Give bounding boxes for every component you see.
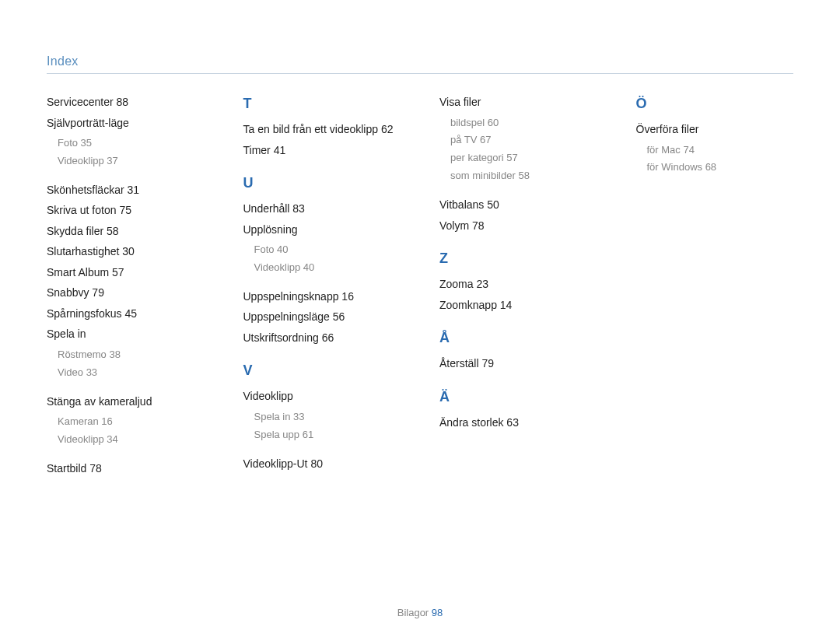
index-entry: Vitbalans 50	[439, 198, 597, 212]
index-entry: Snabbvy 79	[47, 286, 205, 300]
section-letter: Ö	[636, 96, 794, 112]
index-subentry: på TV 67	[450, 134, 597, 147]
index-subentry: Röstmemo 38	[58, 349, 205, 362]
index-subentry: Spela in 33	[254, 411, 401, 424]
index-entry: Ta en bild från ett videoklipp 62	[243, 123, 401, 137]
spacer	[47, 384, 205, 395]
index-col-2: TTa en bild från ett videoklipp 62Timer …	[243, 96, 401, 482]
index-entry: Skönhetsfläckar 31	[47, 184, 205, 198]
index-entry: Självporträtt-läge	[47, 117, 205, 131]
index-col-1: Servicecenter 88Självporträtt-lägeFoto 3…	[47, 96, 205, 482]
section-letter: V	[243, 363, 401, 379]
spacer	[243, 279, 401, 290]
spacer	[47, 451, 205, 462]
index-col-4: ÖÖverföra filerför Mac 74för Windows 68	[636, 96, 794, 482]
index-subentry: Video 33	[58, 366, 205, 380]
spacer	[439, 187, 597, 198]
index-entry: Slutarhastighet 30	[47, 245, 205, 259]
index-subentry: Foto 35	[58, 137, 205, 150]
index-subentry: Kameran 16	[58, 415, 205, 429]
footer-label: Bilagor	[397, 607, 429, 618]
spacer	[439, 319, 597, 330]
index-entry: Timer 41	[243, 144, 401, 158]
index-entry: Videoklipp	[243, 390, 401, 404]
index-entry: Uppspelningsknapp 16	[243, 290, 401, 304]
index-entry: Ändra storlek 63	[439, 416, 597, 430]
index-entry: Volym 78	[439, 219, 597, 233]
spacer	[243, 447, 401, 457]
index-col-3: Visa filerbildspel 60på TV 67per kategor…	[439, 96, 597, 482]
index-entry: Spårningsfokus 45	[47, 307, 205, 321]
section-letter: U	[243, 175, 401, 191]
section-letter: Z	[439, 250, 597, 267]
index-entry: Spela in	[47, 328, 205, 342]
index-subentry: Videoklipp 34	[58, 433, 205, 447]
spacer	[47, 173, 205, 184]
index-entry: Zoomknapp 14	[439, 299, 597, 313]
index-entry: Visa filer	[439, 96, 597, 110]
index-entry: Uppspelningsläge 56	[243, 310, 401, 324]
index-entry: Överföra filer	[636, 123, 794, 137]
page-title: Index	[47, 54, 793, 74]
index-subentry: Foto 40	[254, 243, 401, 257]
index-subentry: bildspel 60	[450, 117, 597, 130]
index-subentry: per kategori 57	[450, 152, 597, 165]
index-subentry: för Mac 74	[647, 144, 794, 157]
page-footer: Bilagor 98	[0, 607, 840, 618]
section-letter: T	[243, 96, 401, 112]
index-entry: Skriva ut foton 75	[47, 204, 205, 218]
spacer	[243, 352, 401, 363]
index-subentry: för Windows 68	[647, 161, 794, 174]
spacer	[243, 164, 401, 175]
section-letter: Å	[439, 330, 597, 346]
index-entry: Återställ 79	[439, 357, 597, 371]
index-columns: Servicecenter 88Självporträtt-lägeFoto 3…	[47, 96, 793, 482]
spacer	[439, 378, 597, 389]
index-subentry: Videoklipp 37	[58, 155, 205, 168]
index-entry: Underhåll 83	[243, 202, 401, 216]
index-subentry: Videoklipp 40	[254, 261, 401, 275]
index-entry: Videoklipp-Ut 80	[243, 457, 401, 471]
section-letter: Ä	[439, 389, 597, 405]
index-entry: Upplösning	[243, 223, 401, 237]
index-entry: Utskriftsordning 66	[243, 331, 401, 345]
index-page: Index Servicecenter 88Självporträtt-läge…	[0, 0, 840, 634]
footer-page-number: 98	[432, 607, 443, 618]
index-entry: Stänga av kameraljud	[47, 395, 205, 409]
index-subentry: som minibilder 58	[450, 170, 597, 183]
spacer	[439, 240, 597, 250]
index-entry: Smart Album 57	[47, 266, 205, 280]
index-entry: Skydda filer 58	[47, 225, 205, 239]
index-entry: Startbild 78	[47, 462, 205, 476]
index-entry: Zooma 23	[439, 278, 597, 292]
index-subentry: Spela upp 61	[254, 429, 401, 442]
index-entry: Servicecenter 88	[47, 96, 205, 110]
